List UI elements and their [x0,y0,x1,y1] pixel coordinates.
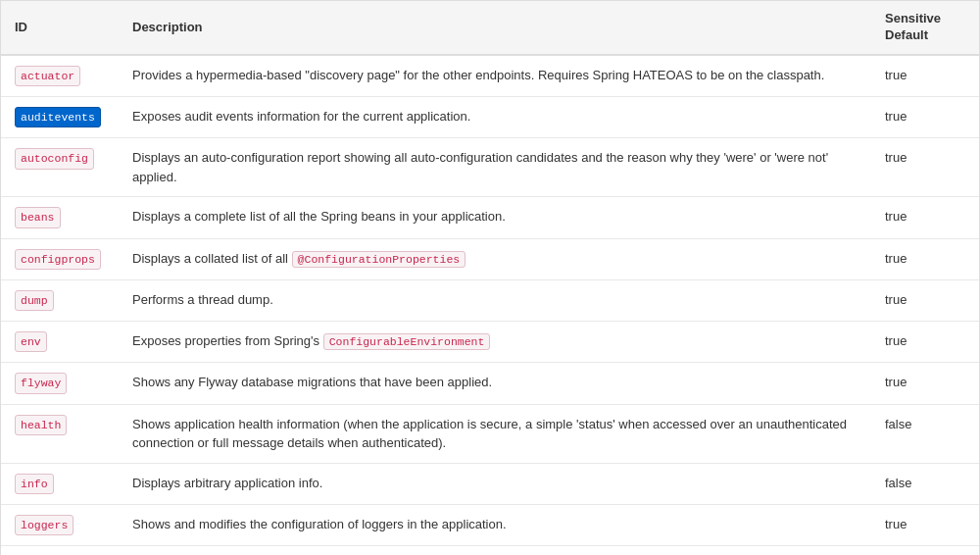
cell-id: loggers [1,504,119,545]
cell-sensitive: false [871,463,979,504]
cell-description: Displays a complete list of all the Spri… [119,197,871,238]
cell-id: liquibase [1,546,119,555]
cell-description: Shows application health information (wh… [119,404,871,463]
cell-sensitive: true [871,97,979,138]
cell-sensitive: true [871,504,979,545]
cell-sensitive: true [871,197,979,238]
cell-id: dump [1,279,119,321]
cell-description: Shows any Flyway database migrations tha… [119,363,871,404]
cell-id: configprops [1,238,119,279]
cell-id: auditevents [1,97,119,138]
cell-description: Shows and modifies the configuration of … [119,504,871,545]
cell-sensitive: true [871,279,979,321]
cell-description: Performs a thread dump. [119,279,871,321]
id-badge[interactable]: autoconfig [15,148,94,169]
cell-description: Exposes audit events information for the… [119,97,871,138]
id-badge[interactable]: info [15,474,54,494]
cell-id: info [1,463,119,504]
endpoints-table: ID Description Sensitive Default actuato… [0,0,980,555]
header-sensitive: Sensitive Default [871,1,979,55]
cell-id: autoconfig [1,138,119,197]
id-badge[interactable]: actuator [15,66,80,86]
inline-code: @ConfigurationProperties [292,251,466,268]
cell-id: beans [1,197,119,238]
cell-description: Provides a hypermedia-based "discovery p… [119,55,871,97]
id-badge[interactable]: health [15,415,67,435]
cell-sensitive: true [871,238,979,279]
id-badge[interactable]: beans [15,207,61,227]
id-badge[interactable]: configprops [15,249,101,270]
id-badge[interactable]: env [15,331,47,352]
inline-code: ConfigurableEnvironment [323,333,491,350]
table-row: auditeventsExposes audit events informat… [1,97,979,138]
cell-id: health [1,404,119,463]
cell-sensitive: true [871,55,979,97]
table-row: envExposes properties from Spring's Conf… [1,322,979,363]
table-row: configpropsDisplays a collated list of a… [1,238,979,279]
table-row: infoDisplays arbitrary application info.… [1,463,979,504]
table-header-row: ID Description Sensitive Default [1,1,979,55]
table-row: liquibaseShows any Liquibase database mi… [1,546,979,555]
cell-description: Shows any Liquibase database migrations … [119,546,871,555]
cell-id: flyway [1,363,119,404]
header-id: ID [1,1,119,55]
cell-description: Exposes properties from Spring's Configu… [119,322,871,363]
table-row: dumpPerforms a thread dump.true [1,279,979,321]
cell-id: actuator [1,55,119,97]
cell-sensitive: true [871,322,979,363]
id-badge[interactable]: auditevents [15,107,101,127]
cell-sensitive: false [871,404,979,463]
cell-sensitive: true [871,138,979,197]
cell-description: Displays arbitrary application info. [119,463,871,504]
table-row: flywayShows any Flyway database migratio… [1,363,979,404]
id-badge[interactable]: flyway [15,373,67,393]
cell-description: Displays a collated list of all @Configu… [119,238,871,279]
table-row: actuatorProvides a hypermedia-based "dis… [1,55,979,97]
table-row: loggersShows and modifies the configurat… [1,504,979,545]
cell-id: env [1,322,119,363]
cell-description: Displays an auto-configuration report sh… [119,138,871,197]
cell-sensitive: true [871,546,979,555]
id-badge[interactable]: dump [15,290,54,311]
cell-sensitive: true [871,363,979,404]
id-badge[interactable]: loggers [15,515,74,535]
table-row: healthShows application health informati… [1,404,979,463]
table-row: beansDisplays a complete list of all the… [1,197,979,238]
table-row: autoconfigDisplays an auto-configuration… [1,138,979,197]
header-description: Description [119,1,871,55]
